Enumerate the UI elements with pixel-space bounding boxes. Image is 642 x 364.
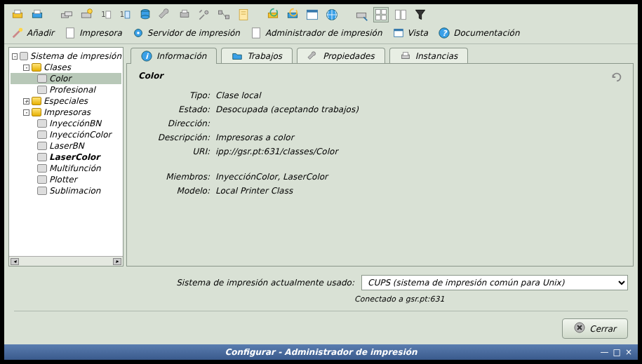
database-icon[interactable] [138, 7, 153, 22]
tree-folder-especiales[interactable]: +Especiales [11, 95, 121, 107]
field-label-tipo: Tipo: [151, 90, 215, 100]
svg-rect-29 [376, 10, 381, 15]
window-small-icon [392, 27, 405, 39]
printer-small-icon [400, 50, 411, 62]
folder-icon [232, 50, 243, 62]
svg-rect-30 [382, 10, 387, 15]
scroll-right-icon[interactable]: ▸ [113, 258, 121, 265]
tools-icon[interactable] [196, 7, 212, 22]
close-label: Cerrar [589, 324, 616, 334]
svg-rect-31 [376, 15, 381, 20]
menu-printer[interactable]: Impresora [64, 27, 122, 39]
refresh-blue-icon[interactable] [285, 7, 300, 22]
field-label-uri: URI: [151, 147, 215, 156]
printer-class-icon[interactable] [59, 7, 74, 22]
menu-label: Documentación [453, 28, 519, 38]
field-value-tipo: Clase local [215, 90, 622, 100]
svg-rect-11 [125, 11, 130, 18]
tab-jobs[interactable]: Trabajos [221, 48, 293, 64]
tabs: i Información Trabajos Propiedades Insta… [126, 47, 634, 63]
filter-icon[interactable] [413, 7, 428, 22]
wrench-icon[interactable] [157, 7, 173, 22]
tree-folder-clases[interactable]: -Clases [11, 62, 121, 73]
tree-root[interactable]: -Sistema de impresión [11, 50, 121, 62]
tree-printer-sublimacion[interactable]: Sublimacion [11, 185, 121, 196]
notes-icon[interactable] [236, 7, 251, 22]
view-printer-icon[interactable] [354, 7, 369, 22]
tab-info[interactable]: i Información [131, 48, 217, 64]
detail-body: Color Tipo: Clase local Estado: Desocupa… [126, 63, 634, 267]
tree-printer-profesional[interactable]: Profesional [11, 84, 121, 95]
maximize-icon[interactable]: □ [613, 347, 621, 357]
field-label-direccion: Dirección: [151, 119, 215, 128]
close-icon [574, 322, 585, 335]
svg-point-38 [137, 32, 140, 34]
tree-printer-lasercolor[interactable]: LaserColor [11, 151, 121, 163]
tab-label: Propiedades [323, 51, 375, 61]
svg-rect-47 [403, 53, 408, 55]
svg-rect-41 [394, 29, 403, 32]
titlebar: Configurar - Administrador de impresión … [4, 344, 638, 360]
svg-rect-1 [15, 10, 20, 13]
print-system-select[interactable]: CUPS (sistema de impresión común para Un… [361, 275, 628, 290]
minimize-icon[interactable]: — [601, 347, 609, 357]
printer-tool-icon[interactable] [177, 7, 192, 22]
tree-hscrollbar[interactable]: ◂ ▸ [9, 256, 123, 266]
view-grid-icon[interactable] [373, 7, 389, 22]
menu-label: Añadir [27, 28, 54, 38]
menu-label: Servidor de impresión [147, 28, 240, 38]
svg-rect-19 [226, 15, 229, 19]
close-button[interactable]: Cerrar [562, 318, 628, 339]
svg-point-35 [19, 28, 22, 32]
tree-printer-color[interactable]: Color [11, 73, 121, 84]
tree-printer-inyeccióncolor[interactable]: InyecciónColor [11, 129, 121, 140]
tab-props[interactable]: Propiedades [297, 48, 385, 64]
menu-add[interactable]: Añadir [11, 27, 54, 39]
window-close-icon[interactable]: × [625, 347, 632, 357]
test-page-icon[interactable]: 1 [98, 7, 114, 22]
field-label-miembros: Miembros: [151, 172, 215, 182]
tree-printer-laserbn[interactable]: LaserBN [11, 140, 121, 151]
tree-printer-multifunción[interactable]: Multifunción [11, 163, 121, 174]
refresh-icon[interactable] [610, 71, 623, 83]
menu-view[interactable]: Vista [392, 27, 429, 39]
svg-rect-32 [382, 15, 387, 20]
info-icon: i [141, 50, 152, 62]
tree-printer-inyecciónbn[interactable]: InyecciónBN [11, 118, 121, 129]
wand-icon [11, 27, 24, 39]
menu-docs[interactable]: ? Documentación [438, 27, 519, 39]
connector-icon[interactable] [216, 7, 232, 22]
tab-label: Instancias [415, 51, 458, 61]
view-split-icon[interactable] [393, 7, 408, 22]
window-title: Configurar - Administrador de impresión [225, 347, 417, 357]
field-value-direccion [215, 119, 622, 128]
tree-printer-plotter[interactable]: Plotter [11, 174, 121, 185]
tab-label: Información [156, 51, 206, 61]
svg-rect-5 [65, 12, 72, 16]
printer-special-icon[interactable] [79, 7, 94, 22]
svg-rect-28 [356, 13, 366, 18]
menubar: Añadir Impresora Servidor de impresión A… [4, 25, 638, 44]
printer-icon[interactable] [10, 7, 25, 22]
wrench-icon [307, 50, 319, 62]
svg-rect-18 [219, 11, 222, 14]
refresh-printer-icon[interactable] [265, 7, 281, 22]
window-icon[interactable] [305, 7, 320, 22]
tab-instances[interactable]: Instancias [389, 48, 469, 64]
svg-point-17 [205, 11, 208, 14]
svg-text:1: 1 [120, 11, 124, 18]
test-page2-icon[interactable]: 1 [118, 7, 133, 22]
menu-admin[interactable]: Administrador de impresión [250, 27, 382, 39]
printer-add-icon[interactable] [29, 7, 45, 22]
field-label-modelo: Modelo: [151, 186, 215, 196]
connection-status: Conectado a gsr.pt:631 [354, 295, 628, 304]
menu-server[interactable]: Servidor de impresión [132, 27, 240, 39]
tree-folder-impresoras[interactable]: -Impresoras [11, 107, 121, 118]
svg-rect-3 [34, 10, 40, 13]
field-value-uri: ipp://gsr.pt:631/classes/Color [215, 147, 622, 156]
tab-label: Trabajos [247, 51, 282, 61]
svg-point-7 [88, 9, 93, 14]
globe-icon[interactable] [324, 7, 340, 22]
scroll-left-icon[interactable]: ◂ [11, 258, 19, 265]
system-label: Sistema de impresión actualmente usado: [176, 278, 354, 288]
